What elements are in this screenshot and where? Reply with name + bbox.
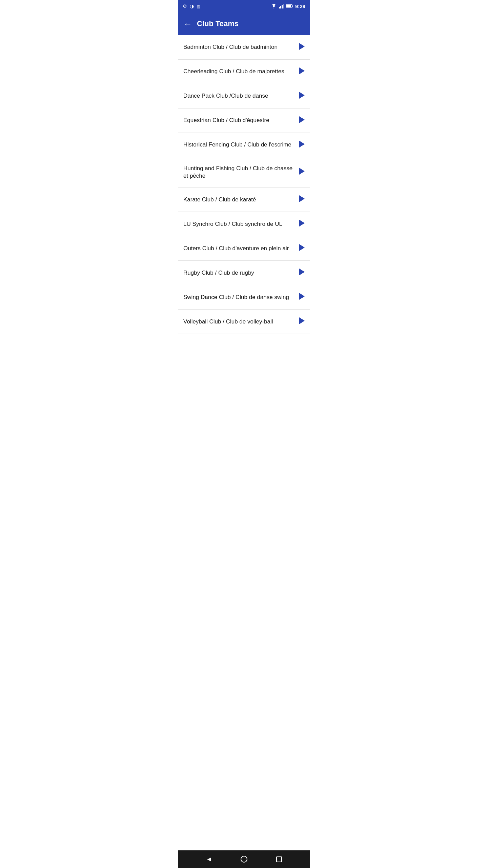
nav-square-button[interactable] [271, 852, 286, 867]
list-item-label: Cheerleading Club / Club de majorettes [183, 68, 296, 75]
list-item-label: Equestrian Club / Club d'équestre [183, 117, 296, 124]
list-item-arrow-icon [299, 116, 305, 125]
list-item-label: Volleyball Club / Club de volley-ball [183, 318, 296, 326]
list-item-label: Karate Club / Club de karaté [183, 196, 296, 203]
svg-rect-1 [280, 6, 281, 8]
list-item-arrow-icon [299, 220, 305, 229]
list-item-label: LU Synchro Club / Club synchro de UL [183, 220, 296, 228]
list-item-label: Swing Dance Club / Club de danse swing [183, 294, 296, 301]
list-item[interactable]: Karate Club / Club de karaté [178, 188, 310, 212]
list-item[interactable]: Rugby Club / Club de rugby [178, 261, 310, 285]
nav-home-button[interactable] [237, 852, 251, 867]
svg-rect-0 [279, 7, 280, 8]
list-item[interactable]: Hunting and Fishing Club / Club de chass… [178, 157, 310, 188]
status-time: 9:29 [295, 3, 305, 9]
page-title: Club Teams [197, 19, 239, 28]
list-item[interactable]: Swing Dance Club / Club de danse swing [178, 285, 310, 310]
bottom-nav-bar [178, 850, 310, 868]
list-item[interactable]: Dance Pack Club /Club de danse [178, 84, 310, 108]
list-item[interactable]: LU Synchro Club / Club synchro de UL [178, 212, 310, 236]
list-item-arrow-icon [299, 293, 305, 302]
list-item-arrow-icon [299, 195, 305, 204]
svg-rect-2 [282, 5, 283, 8]
list-item[interactable]: Historical Fencing Club / Club de l'escr… [178, 133, 310, 157]
sd-icon [197, 3, 200, 9]
list-item-label: Outers Club / Club d'aventure en plein a… [183, 245, 296, 252]
back-button[interactable]: ← [183, 19, 192, 28]
list-item-label: Dance Pack Club /Club de danse [183, 92, 296, 100]
list-item-arrow-icon [299, 92, 305, 101]
gear-icon [183, 3, 187, 9]
list-item-arrow-icon [299, 67, 305, 76]
nav-back-button[interactable] [202, 852, 217, 867]
app-header: ← Club Teams [178, 12, 310, 35]
list-item[interactable]: Cheerleading Club / Club de majorettes [178, 60, 310, 84]
list-item[interactable]: Volleyball Club / Club de volley-ball [178, 310, 310, 334]
list-item[interactable]: Outers Club / Club d'aventure en plein a… [178, 236, 310, 261]
club-teams-list: Badminton Club / Club de badmintonCheerl… [178, 35, 310, 850]
list-item[interactable]: Badminton Club / Club de badminton [178, 35, 310, 60]
svg-rect-6 [292, 5, 293, 7]
status-bar-left [183, 3, 200, 9]
battery-icon [286, 4, 293, 8]
list-item-arrow-icon [299, 168, 305, 177]
wifi-icon [271, 4, 277, 8]
list-item-label: Badminton Club / Club de badminton [183, 43, 296, 51]
list-item-arrow-icon [299, 141, 305, 150]
status-bar-right: 9:29 [271, 3, 305, 9]
sim-icon [190, 3, 194, 9]
list-item-label: Historical Fencing Club / Club de l'escr… [183, 141, 296, 149]
svg-rect-3 [283, 4, 284, 8]
list-item-arrow-icon [299, 43, 305, 52]
status-bar: 9:29 [178, 0, 310, 12]
list-item-arrow-icon [299, 269, 305, 277]
list-item-label: Rugby Club / Club de rugby [183, 269, 296, 277]
list-item-arrow-icon [299, 317, 305, 326]
signal-icon [279, 4, 284, 8]
list-item-arrow-icon [299, 244, 305, 253]
list-item-label: Hunting and Fishing Club / Club de chass… [183, 165, 296, 180]
list-item[interactable]: Equestrian Club / Club d'équestre [178, 108, 310, 133]
svg-rect-5 [286, 5, 291, 7]
